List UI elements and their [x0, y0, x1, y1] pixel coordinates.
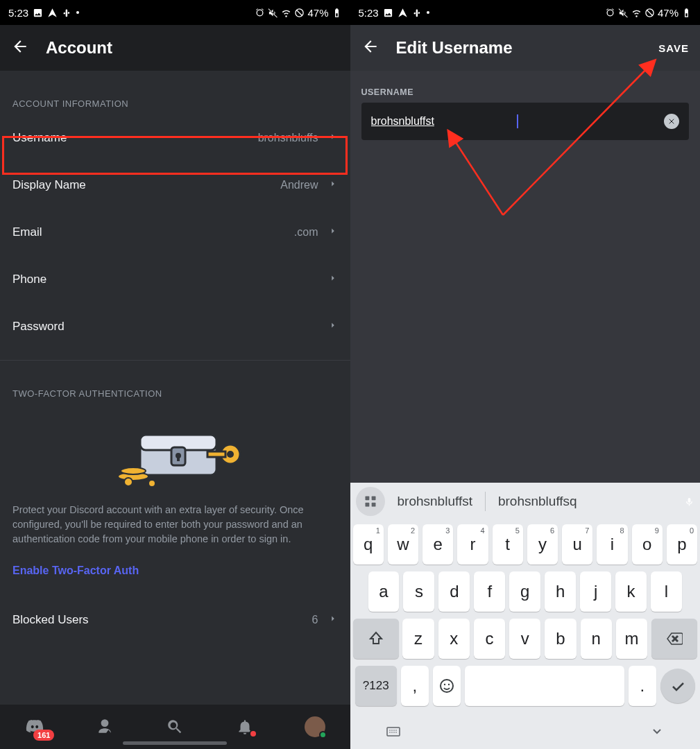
mute-icon — [618, 8, 629, 18]
twofa-illustration — [12, 420, 338, 489]
dnd-icon — [294, 8, 305, 18]
svg-point-6 — [227, 451, 234, 458]
send-icon — [47, 8, 58, 18]
more-indicator — [76, 11, 79, 14]
status-bar: 5:23 47% — [0, 0, 350, 25]
suggestion-2[interactable]: brohsnbluffsq — [488, 494, 587, 509]
key-f[interactable]: f — [474, 571, 505, 612]
alarm-icon — [255, 8, 265, 18]
svg-point-19 — [444, 684, 445, 685]
key-u[interactable]: u7 — [562, 524, 592, 565]
key-h[interactable]: h — [545, 571, 576, 612]
key-q[interactable]: q1 — [353, 524, 384, 565]
svg-point-20 — [448, 684, 450, 685]
key-t[interactable]: t5 — [493, 524, 523, 565]
row-phone[interactable]: Phone — [12, 256, 338, 303]
row-username[interactable]: Username brohsnbluffs — [12, 114, 338, 162]
key-v[interactable]: v — [509, 619, 540, 659]
key-x[interactable]: x — [438, 619, 470, 659]
comma-key[interactable]: , — [401, 666, 429, 706]
nav-notifications-icon[interactable] — [231, 713, 259, 741]
svg-rect-14 — [365, 497, 369, 501]
collapse-keyboard-icon[interactable] — [649, 723, 665, 742]
keyboard-switch-icon[interactable] — [385, 723, 402, 742]
save-button[interactable]: SAVE — [658, 42, 689, 54]
back-arrow-icon[interactable] — [361, 37, 379, 58]
edit-header: Edit Username SAVE — [350, 25, 701, 71]
key-s[interactable]: s — [403, 571, 434, 612]
key-n[interactable]: n — [581, 619, 612, 659]
field-label: USERNAME — [361, 87, 690, 97]
key-w[interactable]: w2 — [388, 524, 418, 565]
slack-icon — [412, 8, 422, 18]
mic-icon[interactable] — [684, 497, 694, 507]
space-key[interactable] — [465, 666, 624, 706]
nav-discord-icon[interactable]: 161 — [21, 713, 49, 741]
battery-icon — [332, 8, 342, 18]
key-o[interactable]: o9 — [632, 524, 663, 565]
svg-rect-4 — [177, 456, 180, 461]
key-e[interactable]: e3 — [422, 524, 453, 565]
chevron-right-icon — [328, 273, 338, 286]
key-g[interactable]: g — [509, 571, 540, 612]
key-d[interactable]: d — [438, 571, 470, 612]
key-y[interactable]: y6 — [527, 524, 558, 565]
key-b[interactable]: b — [545, 619, 576, 659]
account-header: Account — [0, 25, 350, 71]
keyboard-bottom-bar — [350, 716, 701, 749]
row-blocked-users[interactable]: Blocked Users 6 — [12, 596, 338, 644]
key-p[interactable]: p0 — [667, 524, 697, 565]
section-header-info: ACCOUNT INFORMATION — [12, 98, 338, 109]
svg-point-26 — [389, 732, 391, 733]
clock: 5:23 — [8, 7, 28, 19]
key-i[interactable]: i8 — [597, 524, 627, 565]
period-key[interactable]: . — [629, 666, 656, 706]
suggestion-1[interactable]: brohsnbluffst — [388, 494, 482, 509]
svg-rect-15 — [371, 497, 375, 501]
chevron-right-icon — [328, 320, 338, 333]
key-a[interactable]: a — [368, 571, 400, 612]
shift-key[interactable] — [353, 619, 399, 659]
nav-friends-icon[interactable] — [91, 713, 119, 741]
emoji-key[interactable] — [433, 666, 461, 706]
username-field-wrap: USERNAME — [350, 71, 701, 140]
suggestion-bar: brohsnbluffst brohsnbluffsq — [350, 483, 701, 520]
svg-point-28 — [393, 732, 395, 733]
symbols-key[interactable]: ?123 — [355, 666, 397, 706]
enable-2fa-link[interactable]: Enable Two-Factor Auth — [12, 559, 338, 596]
row-value: .com — [294, 226, 318, 239]
row-password[interactable]: Password — [12, 303, 338, 350]
chevron-right-icon — [328, 179, 338, 191]
svg-rect-7 — [207, 451, 225, 457]
backspace-key[interactable] — [651, 619, 697, 659]
clear-icon[interactable] — [664, 114, 679, 129]
nav-avatar[interactable] — [301, 713, 329, 741]
row-display-name[interactable]: Display Name Andrew — [12, 162, 338, 209]
key-z[interactable]: z — [402, 619, 434, 659]
key-m[interactable]: m — [616, 619, 647, 659]
enter-key[interactable] — [660, 669, 695, 703]
row-label: Password — [12, 320, 65, 334]
key-j[interactable]: j — [580, 571, 611, 612]
alarm-icon — [605, 8, 615, 18]
wifi-icon — [281, 8, 291, 18]
key-l[interactable]: l — [651, 571, 682, 612]
mute-icon — [268, 8, 278, 18]
username-input[interactable] — [371, 115, 517, 128]
row-email[interactable]: Email .com — [12, 209, 338, 256]
row-label: Phone — [12, 273, 46, 286]
back-arrow-icon[interactable] — [11, 37, 29, 58]
svg-point-9 — [121, 467, 146, 474]
key-c[interactable]: c — [474, 619, 505, 659]
key-k[interactable]: k — [615, 571, 647, 612]
bottom-nav: 161 — [0, 705, 350, 749]
key-r[interactable]: r4 — [457, 524, 488, 565]
keyboard-apps-icon[interactable] — [356, 487, 385, 516]
keyboard: q1w2e3r4t5y6u7i8o9p0 asdfghjkl zxcvbnm ?… — [350, 520, 701, 716]
twofa-description: Protect your Discord account with an ext… — [12, 503, 338, 559]
page-title: Edit Username — [396, 38, 513, 58]
page-title: Account — [46, 38, 112, 58]
row-label: Email — [12, 225, 42, 239]
username-field[interactable] — [361, 103, 690, 140]
nav-search-icon[interactable] — [161, 713, 189, 741]
